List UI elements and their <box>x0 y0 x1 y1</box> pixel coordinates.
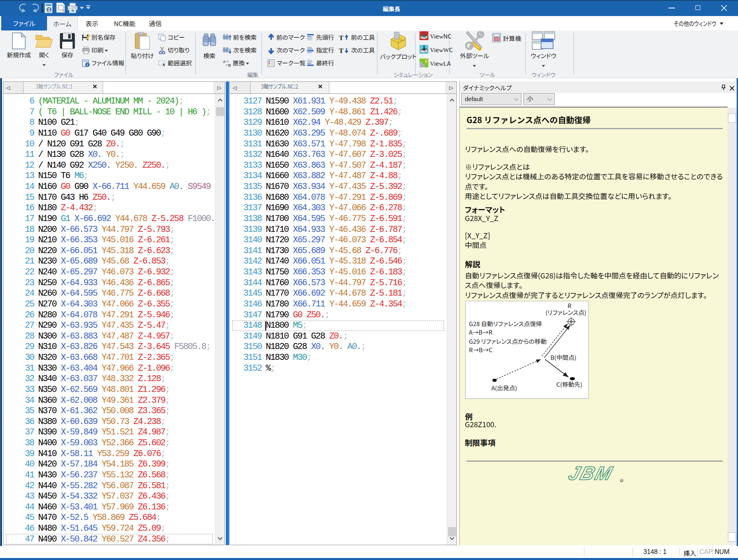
svg-text:(リファレンス点): (リファレンス点) <box>545 308 586 317</box>
svg-text:i: i <box>87 63 88 67</box>
svg-text:T: T <box>339 47 344 54</box>
svg-text:A: A <box>223 60 226 64</box>
svg-text:G28 自動リファレンス点復帰: G28 自動リファレンス点復帰 <box>469 319 542 328</box>
svg-text:C(移動先): C(移動先) <box>556 380 582 388</box>
svg-text:R→B→C: R→B→C <box>469 345 493 354</box>
svg-text:B: B <box>228 63 231 67</box>
svg-text:JBM: JBM <box>566 464 616 483</box>
svg-text:A→B→R: A→B→R <box>469 328 493 336</box>
svg-text:B(中間点): B(中間点) <box>550 353 576 361</box>
svg-text:R: R <box>621 480 623 482</box>
svg-text:G29 リファレンス点からの移動: G29 リファレンス点からの移動 <box>469 337 547 345</box>
svg-text:A(出発点): A(出発点) <box>491 383 517 392</box>
svg-text:T: T <box>339 34 344 41</box>
